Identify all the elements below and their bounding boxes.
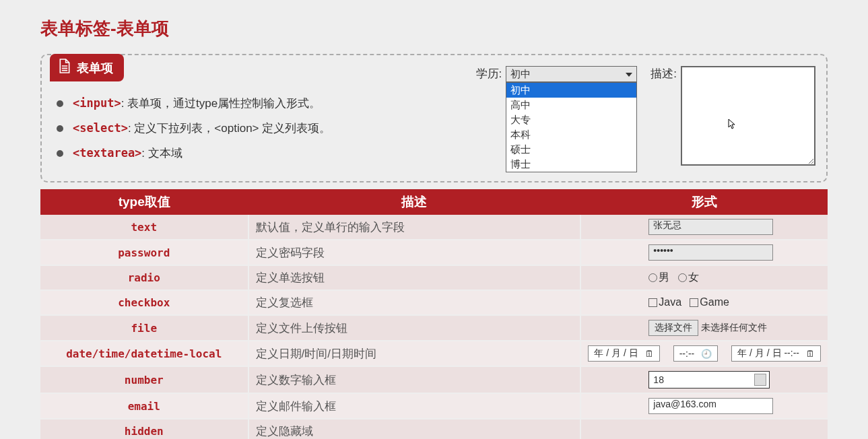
time-input[interactable]: --:--🕘: [673, 345, 719, 362]
table-row: text 默认值，定义单行的输入字段 张无忌: [40, 215, 828, 240]
file-choose-button[interactable]: 选择文件: [648, 320, 698, 336]
type-sample: 选择文件 未选择任何文件: [580, 315, 828, 341]
type-value: password: [40, 240, 248, 265]
type-desc: 定义日期/时间/日期时间: [248, 341, 581, 366]
list-item: <select>: 定义下拉列表，<option> 定义列表项。: [57, 121, 459, 136]
demo-form: 学历: 初中 初中 高中 大专 本科 硕士 博士 描述:: [476, 66, 815, 170]
table-row: password 定义密码字段 ••••••: [40, 240, 828, 265]
col-type: type取值: [40, 189, 248, 215]
type-sample: ••••••: [580, 240, 828, 265]
education-select[interactable]: 初中: [506, 66, 637, 82]
dropdown-option[interactable]: 本科: [506, 127, 636, 142]
type-desc: 定义单选按钮: [248, 265, 581, 290]
type-value: file: [40, 315, 248, 341]
dropdown-option[interactable]: 大专: [506, 112, 636, 127]
code-tag: <input>: [73, 96, 121, 110]
dropdown-option[interactable]: 博士: [506, 157, 636, 172]
type-sample: 张无忌: [580, 215, 828, 240]
type-desc: 定义文件上传按钮: [248, 315, 581, 341]
list-item: <input>: 表单项，通过type属性控制输入形式。: [57, 96, 459, 111]
type-desc: 默认值，定义单行的输入字段: [248, 215, 581, 240]
page-title: 表单标签-表单项: [40, 17, 828, 40]
table-row: date/time/datetime-local 定义日期/时间/日期时间 年 …: [40, 341, 828, 366]
datetime-input[interactable]: 年 / 月 / 日 --:--🗓: [731, 345, 821, 362]
table-row: number 定义数字输入框 18: [40, 366, 828, 393]
code-tag: <textarea>: [73, 146, 141, 160]
type-sample: 18: [580, 366, 828, 393]
list-item: <textarea>: 文本域: [57, 145, 459, 161]
type-value: radio: [40, 265, 248, 290]
checkbox-icon: [648, 298, 657, 307]
type-desc: 定义邮件输入框: [248, 393, 581, 419]
col-form: 形式: [580, 189, 828, 215]
info-panel: 表单项 <input>: 表单项，通过type属性控制输入形式。 <select…: [40, 54, 828, 182]
calendar-icon: 🗓: [806, 349, 815, 359]
table-row: checkbox 定义复选框 Java Game: [40, 290, 828, 315]
dropdown-option[interactable]: 硕士: [506, 142, 636, 157]
panel-badge: 表单项: [50, 54, 124, 81]
bullet-list: <input>: 表单项，通过type属性控制输入形式。 <select>: 定…: [53, 86, 463, 170]
education-field: 学历: 初中 初中 高中 大专 本科 硕士 博士: [476, 66, 638, 82]
bullet-icon: [57, 150, 63, 157]
badge-label: 表单项: [77, 60, 113, 76]
type-sample: 男 女: [580, 265, 828, 290]
type-value: number: [40, 366, 248, 393]
type-value: email: [40, 393, 248, 419]
description-label: 描述:: [650, 66, 677, 81]
table-row: hidden 定义隐藏域: [40, 419, 828, 439]
file-status: 未选择任何文件: [701, 322, 767, 334]
calendar-icon: 🗓: [645, 349, 654, 359]
type-desc: 定义密码字段: [248, 240, 581, 265]
type-desc: 定义复选框: [248, 290, 581, 315]
bullet-icon: [57, 100, 63, 107]
table-row: radio 定义单选按钮 男 女: [40, 265, 828, 290]
radio-icon: [648, 273, 657, 282]
education-label: 学历:: [476, 66, 502, 81]
description-field: 描述:: [650, 66, 815, 166]
type-value: text: [40, 215, 248, 240]
type-sample: [580, 419, 828, 439]
password-input[interactable]: ••••••: [648, 244, 773, 261]
description-textarea[interactable]: [681, 66, 815, 166]
date-input[interactable]: 年 / 月 / 日🗓: [588, 345, 659, 362]
table-header-row: type取值 描述 形式: [40, 189, 828, 215]
types-table: type取值 描述 形式 text 默认值，定义单行的输入字段 张无忌 pass…: [40, 189, 828, 439]
number-input[interactable]: 18: [648, 371, 770, 389]
bullet-text: <input>: 表单项，通过type属性控制输入形式。: [73, 96, 321, 111]
checkbox-icon: [690, 298, 698, 307]
type-value: hidden: [40, 419, 248, 439]
email-input[interactable]: java@163.com: [648, 398, 773, 414]
type-value: date/time/datetime-local: [40, 341, 248, 366]
dropdown-option[interactable]: 初中: [506, 83, 636, 98]
bullet-icon: [57, 125, 63, 132]
type-sample: java@163.com: [580, 393, 828, 419]
col-desc: 描述: [248, 189, 581, 215]
checkbox-option[interactable]: Game: [690, 296, 729, 308]
dropdown-option[interactable]: 高中: [506, 98, 636, 112]
type-desc: 定义隐藏域: [248, 419, 581, 439]
text-input[interactable]: 张无忌: [648, 219, 773, 235]
checkbox-option[interactable]: Java: [648, 296, 681, 308]
radio-option[interactable]: 男: [648, 271, 669, 285]
radio-option[interactable]: 女: [678, 271, 699, 285]
bullet-text: <select>: 定义下拉列表，<option> 定义列表项。: [73, 121, 331, 136]
clock-icon: 🕘: [701, 349, 712, 359]
type-value: checkbox: [40, 290, 248, 315]
education-dropdown: 初中 高中 大专 本科 硕士 博士: [506, 82, 637, 172]
type-sample: 年 / 月 / 日🗓 --:--🕘 年 / 月 / 日 --:--🗓: [580, 341, 828, 366]
document-icon: [58, 58, 71, 77]
type-sample: Java Game: [580, 290, 828, 315]
code-tag: <select>: [73, 121, 128, 135]
bullet-text: <textarea>: 文本域: [73, 145, 182, 161]
table-row: email 定义邮件输入框 java@163.com: [40, 393, 828, 419]
table-row: file 定义文件上传按钮 选择文件 未选择任何文件: [40, 315, 828, 341]
radio-icon: [678, 273, 687, 282]
type-desc: 定义数字输入框: [248, 366, 581, 393]
